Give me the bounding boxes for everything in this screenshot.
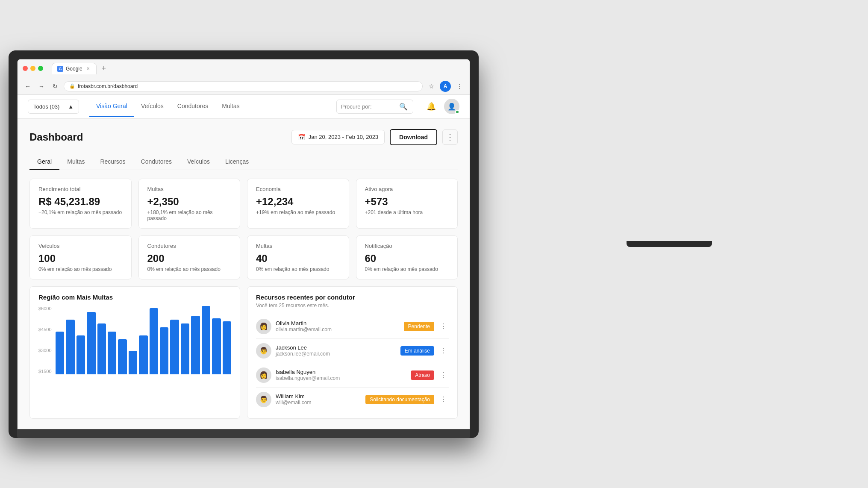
lock-icon: 🔒 — [69, 83, 75, 89]
tab-close-button[interactable]: ✕ — [85, 66, 91, 72]
tab-multas[interactable]: Multas — [59, 154, 92, 170]
nav-links: Visão Geral Veículos Condutores Multas — [89, 96, 326, 117]
user-avatar[interactable]: 👤 — [444, 99, 459, 114]
fleet-selector-label: Todos (03) — [33, 103, 59, 110]
stat-label-ativo: Ativo agora — [365, 186, 449, 192]
chart-bar — [87, 312, 95, 374]
chart-bar — [223, 321, 231, 374]
browser-chrome: G Google ✕ + ← → ↻ 🔒 frotasbr.com.br/das… — [18, 59, 470, 95]
stat-value-veiculos: 100 — [38, 253, 123, 265]
resource-name-isabella: Isabella Nguyen — [276, 369, 406, 375]
y-axis-labels: $6000 $4500 $3000 $1500 — [38, 306, 52, 374]
address-text: frotasbr.com.br/dasbhoard — [78, 83, 138, 89]
resources-card: Recursos recentes por condutor Você tem … — [247, 286, 458, 419]
tab-licencas[interactable]: Licenças — [218, 154, 256, 170]
resources-title: Recursos recentes por condutor — [256, 294, 449, 301]
chevron-up-icon: ▲ — [68, 103, 74, 110]
resource-email-jackson: jackson.lee@email.com — [276, 351, 396, 357]
stat-change-veiculos: 0% em relação ao mês passado — [38, 266, 123, 272]
chart-bar — [56, 332, 64, 374]
online-status-dot — [455, 110, 459, 114]
resource-name-olivia: Olivia Martin — [276, 320, 400, 326]
stat-value-ativo: +573 — [365, 196, 449, 208]
nav-link-condutores[interactable]: Condutores — [171, 96, 215, 117]
user-avatar-icon: 👤 — [447, 103, 456, 111]
stat-label-multas2: Multas — [256, 243, 340, 249]
bottom-section: Região com Mais Multas $6000 $4500 $3000… — [29, 286, 458, 419]
chart-bar — [160, 327, 168, 374]
avatar-olivia: 👩 — [256, 319, 271, 334]
y-label-3000: $3000 — [38, 348, 52, 353]
traffic-lights — [23, 66, 43, 71]
stat-card-economia: Economia +12,234 +19% em relação ao mês … — [247, 179, 349, 229]
search-bar[interactable]: 🔍 — [336, 100, 413, 114]
nav-link-veiculos[interactable]: Veículos — [134, 96, 171, 117]
notifications-button[interactable]: 🔔 — [424, 99, 439, 114]
resource-item-isabella: 👩 Isabella Nguyen isabella.nguyen@email.… — [256, 363, 449, 388]
nav-link-visao-geral[interactable]: Visão Geral — [89, 96, 134, 117]
dashboard-header: Dashboard 📅 Jan 20, 2023 - Feb 10, 2023 … — [29, 129, 458, 145]
item-more-olivia[interactable]: ⋮ — [438, 321, 449, 332]
tab-veiculos[interactable]: Veículos — [179, 154, 218, 170]
avatar-icon-olivia: 👩 — [259, 322, 268, 330]
stat-change-multas1: +180,1% em relação ao mês passado — [147, 209, 232, 221]
chart-bar — [129, 351, 137, 374]
forward-button[interactable]: → — [36, 81, 47, 91]
browser-menu-icon[interactable]: ⋮ — [454, 81, 465, 91]
date-range-picker[interactable]: 📅 Jan 20, 2023 - Feb 10, 2023 — [291, 130, 385, 144]
tab-recursos[interactable]: Recursos — [92, 154, 133, 170]
tab-condutores[interactable]: Condutores — [133, 154, 179, 170]
resource-item-william: 👨 William Kim will@email.com Solicitando… — [256, 388, 449, 412]
date-range-label: Jan 20, 2023 - Feb 10, 2023 — [309, 134, 378, 140]
item-more-william[interactable]: ⋮ — [438, 394, 449, 405]
status-badge-william: Solicitando documentação — [365, 395, 434, 404]
stat-label-notificacao: Notificação — [365, 243, 449, 249]
chart-bar — [108, 332, 116, 374]
chart-bar — [170, 320, 179, 374]
resource-item-olivia: 👩 Olivia Martin olivia.martin@email.com … — [256, 315, 449, 339]
stat-change-economia: +19% em relação ao mês passado — [256, 209, 340, 215]
back-button[interactable]: ← — [23, 81, 33, 91]
status-badge-isabella: Atraso — [411, 370, 434, 380]
minimize-window-button[interactable] — [30, 66, 35, 71]
search-input[interactable] — [341, 103, 397, 110]
close-window-button[interactable] — [23, 66, 28, 71]
resource-email-olivia: olivia.martin@email.com — [276, 326, 400, 332]
avatar-icon-jackson: 👨 — [259, 347, 268, 355]
tabs-area: G Google ✕ + — [52, 63, 109, 74]
toolbar-actions: ☆ A ⋮ — [426, 81, 465, 92]
avatar-william: 👨 — [256, 392, 271, 407]
resource-info-william: William Kim will@email.com — [276, 393, 361, 406]
avatar-jackson: 👨 — [256, 343, 271, 359]
google-favicon: G — [57, 66, 63, 72]
status-badge-olivia: Pendente — [404, 322, 434, 331]
browser-tab-google[interactable]: G Google ✕ — [52, 63, 97, 74]
stat-change-multas2: 0% em relação ao mês passado — [256, 266, 340, 272]
stats-grid-row1: Rendimento total R$ 45,231.89 +20,1% em … — [29, 179, 458, 229]
resource-info-isabella: Isabella Nguyen isabella.nguyen@email.co… — [276, 369, 406, 381]
nav-link-multas[interactable]: Multas — [215, 96, 246, 117]
address-bar[interactable]: 🔒 frotasbr.com.br/dasbhoard — [64, 81, 423, 91]
chart-bar — [212, 318, 221, 374]
bars-container — [56, 306, 231, 374]
stat-card-ativo: Ativo agora +573 +201 desde a última hor… — [356, 179, 458, 229]
laptop-frame: G Google ✕ + ← → ↻ 🔒 frotasbr.com.br/das… — [9, 50, 479, 438]
browser-profile-avatar[interactable]: A — [440, 81, 451, 92]
refresh-button[interactable]: ↻ — [50, 81, 60, 91]
chart-bar — [150, 308, 158, 374]
stat-label-condutores: Condutores — [147, 243, 232, 249]
chart-bar — [191, 316, 200, 374]
item-more-jackson[interactable]: ⋮ — [438, 346, 449, 356]
more-options-button[interactable]: ⋮ — [442, 129, 458, 145]
new-tab-button[interactable]: + — [98, 63, 109, 74]
stat-value-condutores: 200 — [147, 253, 232, 265]
laptop-bottom — [17, 429, 470, 438]
maximize-window-button[interactable] — [38, 66, 43, 71]
bookmark-icon[interactable]: ☆ — [426, 81, 436, 91]
download-button[interactable]: Download — [390, 129, 437, 145]
tab-geral[interactable]: Geral — [29, 154, 59, 170]
chart-area: $6000 $4500 $3000 $1500 — [38, 306, 231, 383]
fleet-selector[interactable]: Todos (03) ▲ — [28, 100, 79, 114]
nav-actions: 🔔 👤 — [424, 99, 459, 114]
item-more-isabella[interactable]: ⋮ — [438, 370, 449, 380]
